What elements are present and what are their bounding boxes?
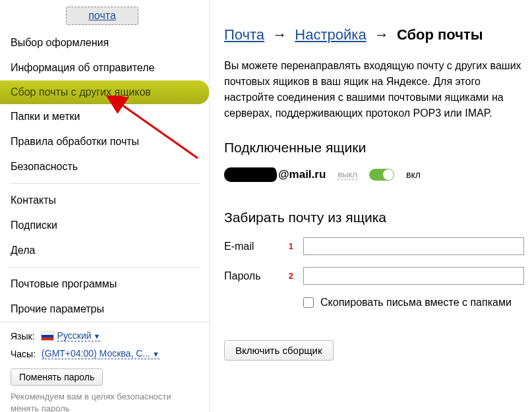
password-row: Пароль 2: [224, 267, 524, 285]
sidebar-divider: [9, 183, 200, 184]
chevron-down-icon: ▼: [94, 332, 101, 340]
breadcrumb-settings-link[interactable]: Настройка: [295, 26, 366, 43]
redacted-username: [224, 167, 277, 182]
annotation-number-1: 1: [289, 242, 303, 251]
settings-sidebar: почта Выбор оформления Информация об отп…: [0, 0, 210, 412]
breadcrumb-current: Сбор почты: [397, 26, 483, 43]
breadcrumb: Почта → Настройка → Сбор почты: [224, 26, 524, 44]
mailbox-domain: @mail.ru: [278, 168, 326, 181]
breadcrumb-arrow-icon: →: [272, 26, 287, 43]
lang-label: Язык:: [11, 331, 35, 341]
sidebar-divider: [9, 267, 200, 268]
connected-mailboxes-heading: Подключенные ящики: [224, 140, 524, 156]
copy-folders-label: Скопировать письма вместе с папками: [320, 297, 512, 309]
connected-mailbox-row: @mail.ru выкл вкл: [224, 167, 524, 182]
page-description: Вы можете перенаправлять входящую почту …: [224, 58, 524, 121]
toggle-on-label: вкл: [406, 169, 421, 180]
sidebar-item-subscriptions[interactable]: Подписки: [0, 213, 209, 238]
toggle-knob: [383, 169, 394, 180]
sidebar-item-folders-labels[interactable]: Папки и метки: [0, 104, 209, 129]
sidebar-item-processing-rules[interactable]: Правила обработки почты: [0, 129, 209, 154]
sidebar-item-security[interactable]: Безопасность: [0, 154, 209, 179]
sidebar-item-contacts[interactable]: Контакты: [0, 188, 209, 213]
password-recommendation: Рекомендуем вам в целях безопасности мен…: [11, 391, 198, 412]
annotation-number-2: 2: [289, 272, 303, 281]
mailbox-email: @mail.ru: [224, 167, 326, 182]
password-field[interactable]: [303, 267, 524, 285]
collect-mail-heading: Забирать почту из ящика: [224, 210, 524, 225]
password-label: Пароль: [224, 270, 289, 282]
sidebar-item-collect-mail[interactable]: Сбор почты с других ящиков: [0, 80, 209, 104]
breadcrumb-mail-link[interactable]: Почта: [224, 26, 264, 43]
main-content: Почта → Настройка → Сбор почты Вы можете…: [210, 0, 532, 412]
copy-folders-row: Скопировать письма вместе с папками: [303, 297, 524, 309]
mail-tab[interactable]: почта: [66, 7, 138, 25]
breadcrumb-arrow-icon: →: [374, 26, 389, 43]
copy-folders-checkbox[interactable]: [303, 297, 314, 308]
timezone-dropdown[interactable]: (GMT+04:00) Москва, С...▼: [42, 348, 160, 359]
sidebar-footer: Язык: Русский▼ Часы: (GMT+04:00) Москва,…: [0, 322, 209, 412]
email-label: E-mail: [224, 241, 289, 252]
enable-collector-button[interactable]: Включить сборщик: [224, 340, 334, 361]
lang-dropdown[interactable]: Русский▼: [57, 330, 101, 341]
chevron-down-icon: ▼: [152, 350, 160, 358]
clock-label: Часы:: [11, 349, 36, 359]
sidebar-item-sender-info[interactable]: Информация об отправителе: [0, 55, 209, 80]
sidebar-item-other-params[interactable]: Прочие параметры: [0, 297, 209, 322]
email-field[interactable]: [303, 237, 524, 255]
change-password-button[interactable]: Поменять пароль: [11, 368, 103, 386]
toggle-off-label[interactable]: выкл: [338, 169, 357, 180]
email-row: E-mail 1: [224, 237, 524, 255]
ru-flag-icon: [41, 332, 54, 341]
sidebar-item-design[interactable]: Выбор оформления: [0, 30, 209, 55]
sidebar-item-mail-programs[interactable]: Почтовые программы: [0, 272, 209, 297]
mailbox-toggle[interactable]: [369, 169, 394, 181]
sidebar-item-tasks[interactable]: Дела: [0, 238, 209, 263]
